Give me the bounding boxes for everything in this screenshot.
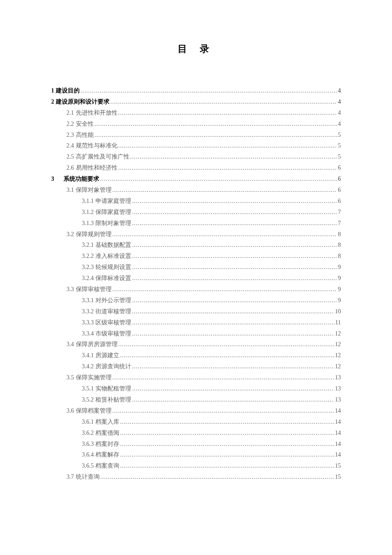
toc-entry[interactable]: 2.4规范性与标准化5 [51,140,341,151]
toc-leader-dots [112,405,334,416]
toc-leader-dots [120,460,334,471]
toc-entry[interactable]: 3.4保障房房源管理12 [51,339,341,350]
toc-entry-page: 13 [335,372,341,383]
toc-leader-dots [118,339,334,350]
toc-leader-dots [100,173,337,185]
toc-entry-page: 12 [335,350,341,361]
toc-entry-number: 3.6.1 [82,416,94,428]
toc-entry-page: 8 [338,229,341,240]
toc-entry-page: 4 [338,96,341,107]
toc-leader-dots [132,295,337,306]
toc-leader-dots [132,218,337,229]
toc-leader-dots [132,240,337,251]
toc-entry[interactable]: 2.3高性能5 [51,130,341,141]
toc-entry[interactable]: 3.4.1房源建立12 [51,350,341,361]
toc-entry-number: 3 [51,173,54,185]
toc-entry-label: 租赁补贴管理 [95,394,131,405]
toc-entry-page: 8 [338,240,341,251]
toc-entry[interactable]: 3.1保障对象管理6 [51,185,341,196]
toc-leader-dots [112,185,337,196]
toc-title: 目 录 [51,43,341,55]
toc-leader-dots [132,328,334,339]
toc-entry-page: 14 [335,439,341,450]
toc-entry-number: 3.5.1 [82,383,94,394]
toc-entry-number: 3.6 [66,405,74,416]
toc-leader-dots [132,317,334,328]
toc-entry-page: 14 [335,428,341,439]
toc-entry[interactable]: 3.6.2档案借阅14 [51,428,341,439]
toc-entry[interactable]: 3.1.2保障家庭管理7 [51,207,341,218]
toc-entry-label: 建设目的 [56,85,80,96]
toc-entry[interactable]: 3.3.3区级审核管理11 [51,317,341,328]
toc-entry[interactable]: 3.3保障审核管理9 [51,284,341,295]
toc-entry-label: 区级审核管理 [95,317,131,328]
toc-entry[interactable]: 2.1先进性和开放性4 [51,107,341,119]
toc-entry[interactable]: 3.3.4市级审核管理12 [51,328,341,339]
toc-entry-number: 3.2.1 [82,240,94,251]
toc-entry-page: 9 [338,273,341,284]
toc-entry-page: 15 [335,460,341,471]
toc-entry-label: 对外公示管理 [95,295,131,306]
toc-entry-page: 12 [335,328,341,339]
toc-entry-page: 12 [335,339,341,350]
toc-entry[interactable]: 2.6易用性和经济性6 [51,162,341,173]
toc-entry-page: 9 [338,262,341,273]
toc-entry-label: 档案借阅 [95,428,119,439]
toc-leader-dots [132,251,337,262]
toc-entry[interactable]: 3.6保障档案管理14 [51,405,341,416]
toc-entry[interactable]: 3.1.3限制对象管理7 [51,218,341,229]
toc-entry-page: 8 [338,251,341,262]
toc-entry-number: 2.5 [66,151,74,162]
toc-entry-label: 档案封存 [95,439,119,450]
toc-leader-dots [130,151,337,162]
toc-entry[interactable]: 3.6.1档案入库14 [51,416,341,428]
toc-entry[interactable]: 3.4.2房源查询统计12 [51,361,341,372]
toc-entry[interactable]: 3.6.5档案查询15 [51,460,341,471]
toc-entry[interactable]: 2.2安全性4 [51,119,341,130]
toc-entry[interactable]: 3.7统计查询15 [51,471,341,483]
toc-entry[interactable]: 3.1.1申请家庭管理6 [51,196,341,207]
toc-entry[interactable]: 3系统功能要求6 [51,173,341,185]
toc-entry[interactable]: 3.5.1实物配租管理13 [51,383,341,394]
toc-leader-dots [118,107,337,119]
toc-leader-dots [120,350,334,361]
toc-entry-label: 实物配租管理 [95,383,131,394]
toc-entry[interactable]: 3.5保障实施管理13 [51,372,341,383]
toc-entry[interactable]: 3.2.3轮候规则设置9 [51,262,341,273]
toc-entry-page: 4 [338,119,341,130]
toc-entry[interactable]: 3.2.4保障标准设置9 [51,273,341,284]
toc-entry-page: 13 [335,383,341,394]
toc-entry[interactable]: 3.2保障规则管理8 [51,229,341,240]
toc-entry-number: 3.4.1 [82,350,94,361]
toc-entry-number: 3.6.3 [82,439,94,450]
toc-entry[interactable]: 3.2.2准入标准设置8 [51,251,341,262]
toc-entry-page: 5 [338,130,341,141]
toc-entry-number: 3.6.4 [82,449,94,460]
toc-entry-number: 3.3 [66,284,74,295]
toc-entry[interactable]: 3.6.4档案解存14 [51,449,341,460]
toc-entry-label: 保障对象管理 [76,185,112,196]
toc-leader-dots [81,85,337,96]
toc-entry-label: 申请家庭管理 [95,196,131,207]
toc-entry[interactable]: 3.3.2街道审核管理10 [51,306,341,317]
toc-entry-label: 保障实施管理 [76,372,112,383]
toc-entry[interactable]: 1建设目的4 [51,85,341,96]
toc-entry-label: 房源查询统计 [95,361,131,372]
toc-entry-number: 3.3.1 [82,295,94,306]
toc-entry[interactable]: 3.6.3档案封存14 [51,439,341,450]
toc-entry[interactable]: 2建设原则和设计要求4 [51,96,341,107]
toc-entry-label: 限制对象管理 [95,218,131,229]
toc-entry-label: 准入标准设置 [95,251,131,262]
toc-entry-number: 3.2.2 [82,251,94,262]
toc-entry[interactable]: 3.5.2租赁补贴管理13 [51,394,341,405]
toc-entry-label: 保障规则管理 [76,229,112,240]
toc-entry-label: 系统功能要求 [63,173,99,185]
toc-entry-label: 保障标准设置 [95,273,131,284]
toc-entry-page: 7 [338,218,341,229]
toc-entry-label: 档案解存 [95,449,119,460]
toc-entry[interactable]: 3.3.1 对外公示管理9 [51,295,341,306]
toc-leader-dots [112,372,334,383]
toc-entry-label: 档案查询 [95,460,119,471]
toc-entry[interactable]: 2.5高扩展性及可推广性5 [51,151,341,162]
toc-entry[interactable]: 3.2.1基础数据配置8 [51,240,341,251]
